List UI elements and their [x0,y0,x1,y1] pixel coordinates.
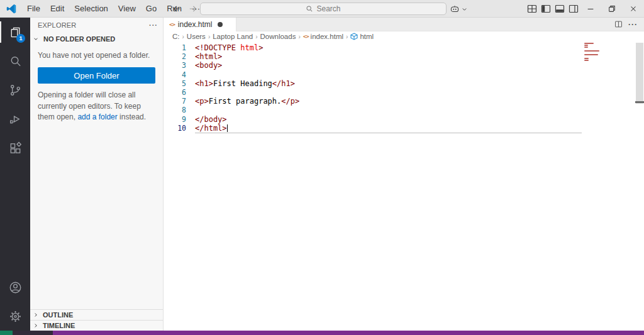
code-text: <body> [186,61,222,70]
line-number: 8 [164,106,186,114]
activity-item-search[interactable] [0,47,30,75]
minimap-line [584,54,598,55]
line-number: 2 [164,52,186,61]
chevron-down-icon [461,6,468,13]
breadcrumb-item-downloads[interactable]: Downloads [260,33,296,40]
explorer-badge: 1 [16,34,25,43]
copilot-menu[interactable] [449,0,468,18]
html-file-icon: <> [169,21,175,28]
code-line-7[interactable]: 7<p>First paragraph.</p> [164,97,582,106]
code-line-4[interactable]: 4 [164,70,582,79]
breadcrumb-label: Downloads [260,33,296,40]
breadcrumb-label: html [360,33,374,40]
explorer-more-actions-icon[interactable]: ··· [149,21,158,29]
tab-index-html[interactable]: <> index.html [164,18,236,31]
breadcrumb-item-html[interactable]: html [350,33,374,40]
menu-edit[interactable]: Edit [45,0,69,18]
account-icon [8,280,23,295]
remote-indicator[interactable] [0,331,13,335]
code-line-9[interactable]: 9</body> [164,115,582,124]
code-line-5[interactable]: 5<h1>First Heading</h1> [164,79,582,88]
vscode-logo-icon [6,3,17,14]
breadcrumb-item-users[interactable]: Users [187,33,206,40]
tab-bar: <> index.html ··· [164,18,644,31]
hint-text-post: instead. [118,113,146,121]
activity-item-run-debug[interactable] [0,104,30,133]
timeline-section-header[interactable]: TIMELINE [30,320,163,331]
split-editor-icon[interactable] [614,19,623,29]
minimap[interactable] [583,43,635,331]
code-line-2[interactable]: 2<html> [164,52,582,61]
line-number: 4 [164,70,186,79]
run-debug-icon [8,112,23,126]
breadcrumb-item-index-html[interactable]: <>index.html [303,33,343,40]
scrollbar-thumb[interactable] [636,43,643,104]
outline-label: OUTLINE [43,311,73,319]
close-button[interactable] [623,0,644,18]
no-folder-section-label: NO FOLDER OPENED [43,35,115,43]
open-folder-button[interactable]: Open Folder [38,67,155,84]
restore-button[interactable] [601,0,623,18]
code-line-10[interactable]: 10</html> [164,124,582,133]
code-line-3[interactable]: 3<body> [164,61,582,70]
editor-scrollbar[interactable] [635,41,644,331]
minimize-button[interactable] [580,0,601,18]
activity-bottom-items [0,273,30,331]
menu-view[interactable]: View [113,0,141,18]
status-bar [0,331,644,335]
minimap-line [584,60,589,61]
overview-ruler-cursor-mark [635,101,644,103]
menu-selection[interactable]: Selection [69,0,113,18]
extensions-icon [8,141,23,155]
activity-item-explorer[interactable]: 1 [0,18,30,47]
breadcrumb-label: index.html [311,33,343,40]
toggle-panel-icon[interactable] [555,4,565,14]
breadcrumb-label: Users [187,33,206,40]
code-editor[interactable]: 1<!DOCTYPE html>2<html>3<body>45<h1>Firs… [164,41,644,331]
code-lines: 1<!DOCTYPE html>2<html>3<body>45<h1>Firs… [164,43,582,133]
line-number: 6 [164,88,186,97]
chevron-right-icon [33,322,42,329]
breadcrumb-separator: › [297,33,301,40]
editor-group: <> index.html ··· C:›Users›Laptop Land›D… [164,18,644,331]
breadcrumb-item-c-[interactable]: C: [172,33,180,40]
unsaved-changes-dot[interactable] [218,22,223,27]
activity-item-settings[interactable] [0,302,30,331]
minimap-line [584,43,594,44]
titlebar: FileEditSelectionViewGoRun··· Search [0,0,644,18]
sidebar-header: EXPLORER ··· [30,18,163,33]
back-arrow-icon[interactable] [171,3,182,14]
breadcrumb-separator: › [255,33,258,40]
code-text: <html> [186,52,222,61]
activity-item-extensions[interactable] [0,133,30,162]
code-line-1[interactable]: 1<!DOCTYPE html> [164,43,582,52]
code-text: </body> [186,115,227,124]
breadcrumb-separator: › [208,33,211,40]
no-folder-section-header[interactable]: NO FOLDER OPENED [30,33,163,45]
activity-bar: 1 [0,18,30,331]
line-number: 3 [164,61,186,70]
symbol-cube-icon [350,33,358,40]
add-a-folder-link[interactable]: add a folder [77,113,117,121]
editor-more-actions-icon[interactable]: ··· [628,20,638,29]
customize-layout-icon[interactable] [527,4,537,14]
settings-icon [8,309,23,324]
open-folder-hint: Opening a folder will close all currentl… [38,90,155,123]
activity-item-source-control[interactable] [0,75,30,104]
toggle-secondary-sidebar-icon[interactable] [569,4,579,14]
menu-file[interactable]: File [22,0,45,18]
window-controls [580,0,644,18]
line-number: 10 [164,124,186,133]
command-center-search[interactable]: Search [200,3,447,15]
search-icon [306,5,313,13]
outline-section-header[interactable]: OUTLINE [30,309,163,320]
code-line-8[interactable]: 8 [164,106,582,114]
forward-arrow-icon[interactable] [187,3,199,14]
code-line-6[interactable]: 6 [164,88,582,97]
activity-item-account[interactable] [0,273,30,302]
menu-go[interactable]: Go [141,0,162,18]
timeline-label: TIMELINE [43,322,75,329]
code-text [186,70,195,79]
breadcrumb-item-laptop-land[interactable]: Laptop Land [213,33,253,40]
toggle-sidebar-icon[interactable] [541,4,551,14]
